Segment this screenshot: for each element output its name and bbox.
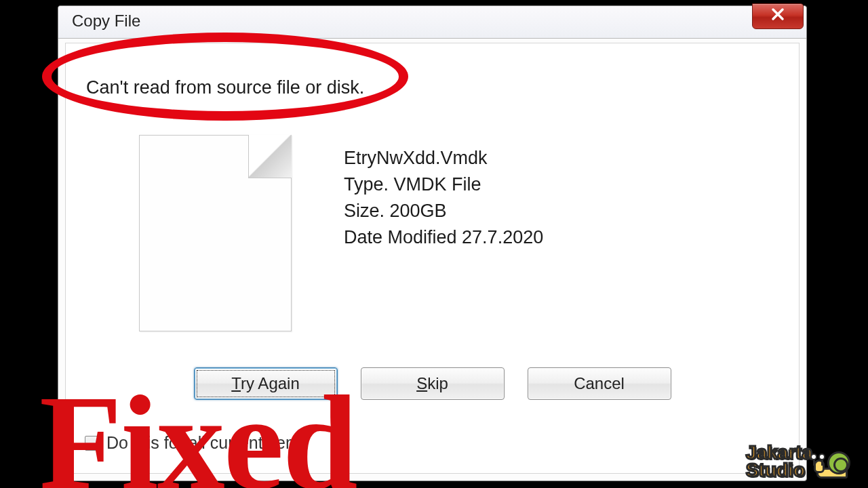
file-name: EtryNwXdd.Vmdk [344,145,543,171]
file-icon [139,135,292,331]
apply-all-checkbox[interactable] [85,436,100,451]
close-icon [770,7,785,26]
dialog-content: Can't read from source file or disk. Etr… [65,43,800,474]
close-button[interactable] [752,3,804,29]
file-type: Type. VMDK File [344,171,543,198]
cancel-button[interactable]: Cancel [528,367,671,400]
copy-file-dialog: Copy File Can't read from source file or… [58,5,807,481]
try-again-button[interactable]: Try Again [194,367,338,400]
error-message: Can't read from source file or disk. [86,77,364,98]
dialog-title: Copy File [72,12,140,30]
snail-icon [816,445,853,479]
button-row: Try Again Skip Cancel [66,367,799,400]
apply-all-row[interactable]: Do this for all current items [85,433,308,453]
apply-all-label: Do this for all current items [106,433,308,453]
file-size: Size. 200GB [344,198,543,224]
file-info: EtryNwXdd.Vmdk Type. VMDK File Size. 200… [344,145,543,251]
titlebar[interactable]: Copy File [58,6,806,39]
skip-button[interactable]: Skip [361,367,505,400]
file-date: Date Modified 27.7.2020 [344,224,543,251]
